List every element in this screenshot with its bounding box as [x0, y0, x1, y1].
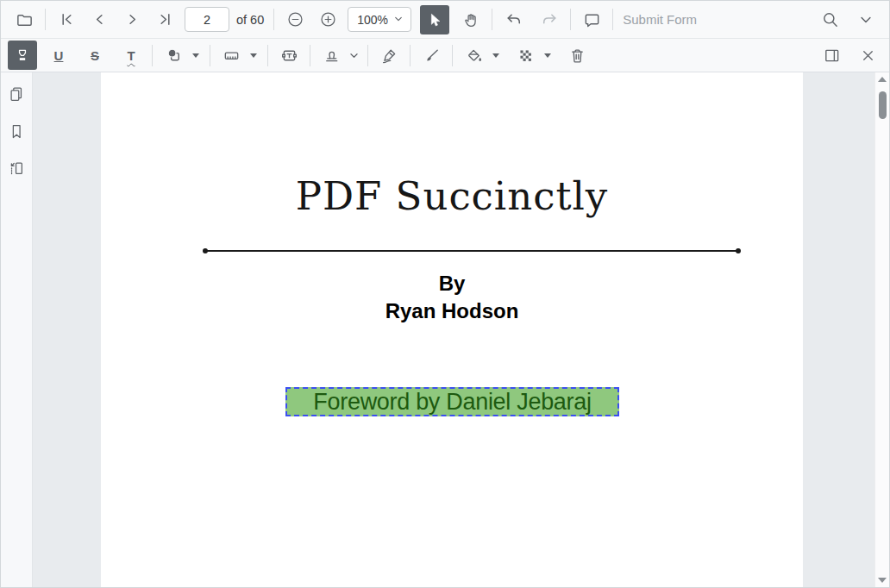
zoom-in-button[interactable]	[313, 5, 342, 34]
chevron-down-icon	[348, 50, 360, 61]
opacity-button[interactable]	[511, 41, 540, 70]
select-tool-icon	[426, 11, 443, 28]
page-count-label: of 60	[236, 13, 264, 27]
chevron-down-icon	[393, 13, 404, 27]
calibrate-dropdown-button[interactable]	[246, 41, 261, 70]
thumbnails-button[interactable]	[3, 81, 29, 107]
divider	[452, 45, 453, 66]
pdf-viewer-window: of 60 100% Submit F	[0, 0, 890, 588]
main-toolbar: of 60 100% Submit F	[1, 1, 889, 39]
divider	[612, 9, 613, 30]
close-icon	[860, 47, 876, 64]
scrollbar-thumb[interactable]	[879, 91, 887, 119]
squiggly-tool-button[interactable]: T	[116, 41, 146, 70]
first-page-button[interactable]	[52, 5, 81, 34]
search-icon	[821, 10, 839, 28]
scroll-down-button[interactable]	[875, 573, 890, 587]
last-page-icon	[156, 10, 174, 28]
next-page-button[interactable]	[117, 5, 147, 34]
submit-form-button[interactable]: Submit Form	[623, 12, 697, 27]
organize-pages-button[interactable]	[3, 155, 29, 181]
thumbnails-icon	[8, 85, 25, 103]
undo-icon	[505, 10, 523, 28]
hand-tool-icon	[462, 11, 479, 28]
ink-tool-button[interactable]	[417, 41, 446, 70]
opacity-dropdown-button[interactable]	[540, 41, 555, 70]
divider	[45, 9, 46, 30]
caret-down-icon	[192, 53, 199, 58]
comment-panel-button[interactable]	[817, 41, 846, 70]
divider	[152, 45, 153, 66]
toolbar-expand-button[interactable]	[851, 5, 881, 34]
comment-icon	[583, 10, 601, 28]
close-annotation-toolbar-button[interactable]	[853, 41, 882, 70]
divider	[273, 9, 274, 30]
zoom-level-value: 100%	[357, 13, 388, 27]
caret-down-icon	[250, 53, 257, 58]
fill-color-icon	[465, 47, 483, 65]
strikethrough-tool-button[interactable]: S	[80, 41, 110, 70]
scroll-up-icon	[878, 77, 887, 82]
stamp-tool-button[interactable]	[317, 41, 346, 70]
highlight-icon	[14, 47, 31, 64]
open-file-button[interactable]	[9, 5, 39, 34]
first-page-icon	[58, 10, 76, 28]
signature-tool-button[interactable]	[374, 41, 404, 70]
last-page-button[interactable]	[150, 5, 179, 34]
opacity-icon	[517, 47, 534, 64]
highlighted-text: Foreword by Daniel Jebaraj	[313, 389, 591, 416]
vertical-scrollbar[interactable]	[874, 72, 889, 587]
divider	[310, 45, 310, 66]
calibrate-ruler-icon	[222, 47, 241, 65]
stamp-icon	[323, 47, 341, 65]
zoom-out-button[interactable]	[280, 5, 310, 34]
caret-down-icon	[492, 53, 499, 58]
select-tool-button[interactable]	[420, 5, 449, 34]
comment-button[interactable]	[577, 5, 606, 34]
document-viewport[interactable]: PDF Succinctly By Ryan Hodson Foreword b…	[33, 72, 874, 587]
divider	[492, 9, 492, 30]
undo-button[interactable]	[498, 5, 528, 34]
bookmarks-icon	[8, 122, 25, 140]
organize-pages-icon	[8, 160, 25, 177]
stamp-dropdown-button[interactable]	[346, 41, 361, 70]
bookmarks-button[interactable]	[3, 118, 29, 144]
squiggly-icon: T	[127, 48, 135, 63]
previous-page-icon	[91, 10, 109, 28]
underline-tool-button[interactable]: U	[44, 41, 73, 70]
caret-down-icon	[544, 53, 551, 58]
strikethrough-icon: S	[91, 48, 99, 63]
fill-color-button[interactable]	[459, 41, 488, 70]
scroll-down-icon	[878, 578, 887, 583]
zoom-dropdown[interactable]: 100%	[348, 7, 411, 32]
calibrate-tool-button[interactable]	[216, 41, 246, 70]
free-text-tool-button[interactable]	[274, 41, 304, 70]
comment-panel-icon	[823, 47, 841, 65]
shapes-dropdown-button[interactable]	[188, 41, 204, 70]
previous-page-button[interactable]	[85, 5, 114, 34]
by-label: By	[101, 270, 803, 297]
delete-icon	[568, 47, 586, 65]
redo-icon	[541, 10, 559, 28]
shapes-icon	[165, 47, 183, 65]
fill-color-dropdown-button[interactable]	[488, 41, 504, 70]
delete-annotation-button[interactable]	[562, 41, 592, 70]
scroll-up-button[interactable]	[875, 72, 890, 86]
hand-tool-button[interactable]	[456, 5, 486, 34]
divider	[367, 45, 368, 66]
signature-icon	[380, 47, 398, 65]
separator-line	[204, 250, 739, 252]
search-button[interactable]	[815, 5, 844, 34]
next-page-icon	[123, 10, 141, 28]
zoom-out-icon	[286, 10, 304, 28]
page-number-input[interactable]	[185, 7, 229, 32]
underline-icon: U	[54, 48, 64, 63]
shapes-tool-button[interactable]	[159, 41, 188, 70]
byline-block: By Ryan Hodson	[101, 270, 803, 325]
highlight-annotation-selected[interactable]: Foreword by Daniel Jebaraj	[285, 387, 619, 416]
document-title: PDF Succinctly	[101, 174, 803, 219]
redo-button[interactable]	[535, 5, 564, 34]
divider	[570, 9, 571, 30]
author-name: Ryan Hodson	[101, 297, 803, 325]
highlight-tool-button[interactable]	[8, 41, 37, 70]
